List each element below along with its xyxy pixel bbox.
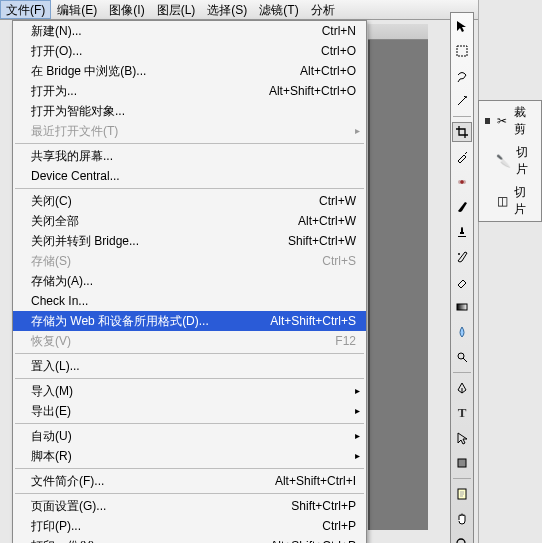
path-select-tool-icon[interactable]: [452, 428, 472, 448]
menu-browse-bridge[interactable]: 在 Bridge 中浏览(B)...Alt+Ctrl+O: [13, 61, 366, 81]
separator: [453, 116, 471, 117]
separator: [15, 493, 364, 494]
menu-analyze[interactable]: 分析: [305, 0, 341, 19]
notes-tool-icon[interactable]: [452, 484, 472, 504]
crop-tool-icon[interactable]: [452, 122, 472, 142]
hand-tool-icon[interactable]: [452, 509, 472, 529]
wand-tool-icon[interactable]: [452, 91, 472, 111]
menu-share-screen[interactable]: 共享我的屏幕...: [13, 146, 366, 166]
menu-open-smart[interactable]: 打开为智能对象...: [13, 101, 366, 121]
flyout-crop[interactable]: ✂ 裁剪: [479, 101, 541, 141]
separator: [15, 468, 364, 469]
type-tool-icon[interactable]: T: [452, 403, 472, 423]
menu-layer[interactable]: 图层(L): [151, 0, 202, 19]
flyout-slice-select[interactable]: ◫ 切片: [479, 181, 541, 221]
separator: [15, 188, 364, 189]
crop-tool-flyout: ✂ 裁剪 🔪 切片 ◫ 切片: [478, 100, 542, 222]
eyedropper-tool-icon[interactable]: [452, 147, 472, 167]
bullet-icon: [485, 118, 490, 124]
menu-export[interactable]: 导出(E): [13, 401, 366, 421]
canvas-area: [368, 40, 428, 530]
menu-place[interactable]: 置入(L)...: [13, 356, 366, 376]
menu-automate[interactable]: 自动(U): [13, 426, 366, 446]
zoom-tool-icon[interactable]: [452, 534, 472, 543]
menu-open-as[interactable]: 打开为...Alt+Shift+Ctrl+O: [13, 81, 366, 101]
menu-device-central[interactable]: Device Central...: [13, 166, 366, 186]
separator: [15, 353, 364, 354]
menu-print-one[interactable]: 打印一份(Y)Alt+Shift+Ctrl+P: [13, 536, 366, 543]
menu-close-all[interactable]: 关闭全部Alt+Ctrl+W: [13, 211, 366, 231]
menu-scripts[interactable]: 脚本(R): [13, 446, 366, 466]
menu-page-setup[interactable]: 页面设置(G)...Shift+Ctrl+P: [13, 496, 366, 516]
menu-filter[interactable]: 滤镜(T): [253, 0, 304, 19]
svg-rect-0: [457, 46, 467, 56]
menu-new[interactable]: 新建(N)...Ctrl+N: [13, 21, 366, 41]
dodge-tool-icon[interactable]: [452, 347, 472, 367]
pen-tool-icon[interactable]: [452, 378, 472, 398]
brush-tool-icon[interactable]: [452, 197, 472, 217]
tools-panel: T: [450, 12, 474, 543]
eraser-tool-icon[interactable]: [452, 272, 472, 292]
svg-point-8: [457, 539, 465, 543]
menu-file-info[interactable]: 文件简介(F)...Alt+Shift+Ctrl+I: [13, 471, 366, 491]
shape-tool-icon[interactable]: [452, 453, 472, 473]
crop-icon: ✂: [496, 114, 508, 128]
menu-close[interactable]: 关闭(C)Ctrl+W: [13, 191, 366, 211]
svg-point-1: [465, 96, 467, 98]
separator: [15, 143, 364, 144]
lasso-tool-icon[interactable]: [452, 66, 472, 86]
document-tab-bar: [368, 24, 428, 40]
menu-edit[interactable]: 编辑(E): [51, 0, 103, 19]
menu-save: 存储(S)Ctrl+S: [13, 251, 366, 271]
gradient-tool-icon[interactable]: [452, 297, 472, 317]
svg-rect-6: [458, 459, 466, 467]
slice-select-icon: ◫: [496, 194, 508, 208]
menu-save-for-web[interactable]: 存储为 Web 和设备所用格式(D)...Alt+Shift+Ctrl+S: [13, 311, 366, 331]
separator: [453, 372, 471, 373]
menu-import[interactable]: 导入(M): [13, 381, 366, 401]
menu-recent: 最近打开文件(T): [13, 121, 366, 141]
stamp-tool-icon[interactable]: [452, 222, 472, 242]
menu-image[interactable]: 图像(I): [103, 0, 150, 19]
menu-revert: 恢复(V)F12: [13, 331, 366, 351]
right-edge-panel: [478, 0, 542, 543]
menu-check-in[interactable]: Check In...: [13, 291, 366, 311]
separator: [15, 378, 364, 379]
svg-rect-4: [457, 304, 467, 310]
file-menu-dropdown: 新建(N)...Ctrl+N 打开(O)...Ctrl+O 在 Bridge 中…: [12, 20, 367, 543]
menu-save-as[interactable]: 存储为(A)...: [13, 271, 366, 291]
flyout-slice[interactable]: 🔪 切片: [479, 141, 541, 181]
healing-tool-icon[interactable]: [452, 172, 472, 192]
history-brush-tool-icon[interactable]: [452, 247, 472, 267]
menu-print[interactable]: 打印(P)...Ctrl+P: [13, 516, 366, 536]
blur-tool-icon[interactable]: [452, 322, 472, 342]
move-tool-icon[interactable]: [452, 16, 472, 36]
menu-open[interactable]: 打开(O)...Ctrl+O: [13, 41, 366, 61]
menu-select[interactable]: 选择(S): [201, 0, 253, 19]
separator: [453, 478, 471, 479]
marquee-tool-icon[interactable]: [452, 41, 472, 61]
menu-close-go-bridge[interactable]: 关闭并转到 Bridge...Shift+Ctrl+W: [13, 231, 366, 251]
menu-file[interactable]: 文件(F): [0, 0, 51, 19]
slice-icon: 🔪: [496, 154, 510, 168]
svg-point-3: [458, 253, 460, 255]
separator: [15, 423, 364, 424]
